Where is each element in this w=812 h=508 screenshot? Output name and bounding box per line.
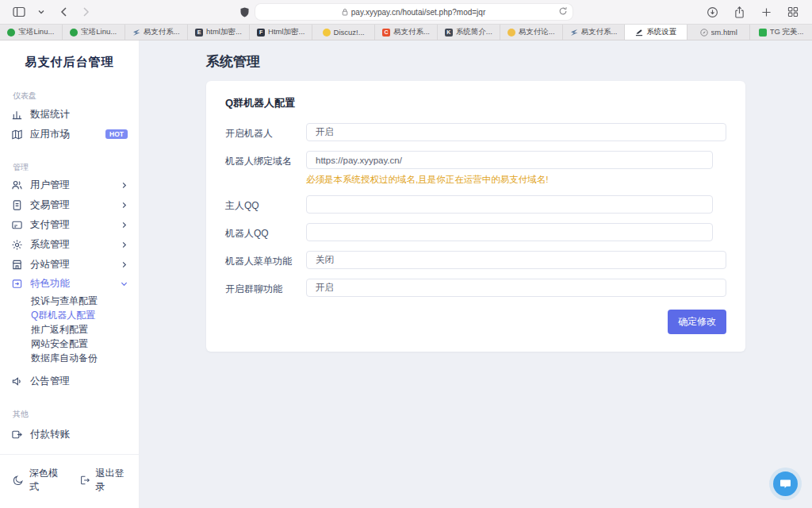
chevron-right-icon bbox=[121, 241, 128, 248]
forward-icon[interactable] bbox=[76, 3, 95, 21]
subitem-label: 网站安全配置 bbox=[31, 337, 88, 351]
submit-row: 确定修改 bbox=[225, 310, 726, 334]
compass-icon bbox=[700, 29, 708, 37]
sidebar-item-trades[interactable]: 交易管理 bbox=[0, 195, 139, 215]
chevron-right-icon bbox=[121, 202, 128, 209]
confirm-modify-button[interactable]: 确定修改 bbox=[668, 310, 726, 334]
credit-card-icon bbox=[11, 219, 23, 231]
refresh-icon[interactable] bbox=[558, 6, 568, 17]
baota-favicon-icon bbox=[7, 29, 15, 37]
browser-tab-epay-2[interactable]: C 易支付系... bbox=[375, 25, 438, 40]
sidebar-subitem-complaint[interactable]: 投诉与查单配置 bbox=[0, 294, 139, 308]
tab-label: 宝塔Linu... bbox=[81, 27, 117, 37]
sidebar-item-label: 系统管理 bbox=[30, 238, 70, 252]
dark-mode-toggle[interactable]: 深色模式 bbox=[13, 467, 60, 494]
field-wrap bbox=[306, 195, 726, 214]
bot-qq-input[interactable] bbox=[306, 223, 713, 241]
moon-icon bbox=[13, 475, 24, 486]
tab-label: 系统简介... bbox=[456, 27, 492, 37]
gear-icon bbox=[11, 239, 23, 251]
chat-widget-button[interactable] bbox=[773, 471, 798, 496]
owner-qq-input[interactable] bbox=[306, 195, 713, 214]
letter-favicon-icon: K bbox=[445, 29, 453, 37]
group-chat-select[interactable] bbox=[306, 279, 726, 297]
section-label-other: 其他 bbox=[0, 409, 139, 420]
tab-label: 易支付系... bbox=[393, 27, 430, 37]
sidebar-item-label: 分站管理 bbox=[30, 258, 70, 271]
field-wrap bbox=[306, 123, 726, 141]
field-wrap: 必须是本系统授权过的域名,且是你正在运营中的易支付域名! bbox=[306, 151, 726, 186]
form-row-menu-function: 机器人菜单功能 bbox=[225, 251, 726, 269]
sidebar-item-label: 用户管理 bbox=[30, 179, 70, 192]
sidebar-item-label: 支付管理 bbox=[30, 218, 70, 232]
sidebar-item-label: 数据统计 bbox=[30, 108, 70, 121]
enable-bot-select[interactable] bbox=[306, 123, 726, 141]
sidebar-bottom: 其他 付款转账 深色模式 退出登录 bbox=[0, 391, 139, 508]
sidebar-item-system[interactable]: 系统管理 bbox=[0, 235, 139, 255]
sidebar: 易支付后台管理 仪表盘 数据统计 应用市场 HOT 管理 用户管理 bbox=[0, 40, 140, 508]
sidebar-subitem-backup[interactable]: 数据库自动备份 bbox=[0, 351, 139, 365]
tab-label: Discuz!... bbox=[334, 28, 365, 37]
sidebar-item-transfer[interactable]: 付款转账 bbox=[0, 423, 139, 446]
browser-tab-baota-1[interactable]: 宝塔Linu... bbox=[0, 25, 63, 40]
browser-tab-discuz[interactable]: Discuz!... bbox=[312, 25, 375, 40]
sidebar-subitem-rebate[interactable]: 推广返利配置 bbox=[0, 322, 139, 337]
sidebar-item-features[interactable]: 特色功能 bbox=[0, 275, 139, 294]
tab-overview-icon[interactable] bbox=[783, 3, 802, 21]
browser-tab-system-settings-active[interactable]: 系统设置 bbox=[625, 25, 688, 40]
folder-favicon-icon bbox=[508, 29, 515, 37]
tab-label: 易支付论... bbox=[519, 27, 555, 37]
browser-tab-smhtml[interactable]: sm.html bbox=[688, 25, 750, 40]
address-bar[interactable]: pay.xyypay.cn/houtai/set.php?mod=jqr bbox=[255, 4, 573, 20]
bar-chart-icon bbox=[11, 109, 23, 121]
sidebar-item-substation[interactable]: 分站管理 bbox=[0, 255, 139, 275]
chevron-right-icon bbox=[121, 182, 128, 189]
sidebar-toggle-icon[interactable] bbox=[10, 3, 29, 21]
chevron-down-icon[interactable] bbox=[32, 3, 51, 21]
sidebar-subitem-security[interactable]: 网站安全配置 bbox=[0, 337, 139, 351]
letter-favicon-icon: E bbox=[195, 29, 203, 37]
users-icon bbox=[11, 179, 23, 191]
section-label-manage: 管理 bbox=[0, 162, 139, 173]
sidebar-item-payment[interactable]: 支付管理 bbox=[0, 215, 139, 235]
sidebar-item-users[interactable]: 用户管理 bbox=[0, 176, 139, 196]
discuz-favicon-icon bbox=[323, 29, 331, 37]
share-icon[interactable] bbox=[730, 3, 749, 21]
browser-tab-baota-2[interactable]: 宝塔Linu... bbox=[63, 25, 125, 40]
baota-favicon-icon bbox=[70, 29, 78, 37]
logout-icon bbox=[79, 475, 90, 486]
field-label: 机器人绑定域名 bbox=[225, 151, 306, 168]
letter-favicon-icon: F bbox=[257, 29, 265, 37]
browser-toolbar: pay.xyypay.cn/houtai/set.php?mod=jqr bbox=[0, 0, 812, 24]
browser-tab-html-encrypt-1[interactable]: E html加密... bbox=[188, 25, 251, 40]
browser-tab-epay-1[interactable]: 易支付系... bbox=[125, 25, 188, 40]
sidebar-item-market[interactable]: 应用市场 HOT bbox=[0, 125, 139, 144]
field-wrap bbox=[306, 223, 726, 241]
new-tab-icon[interactable] bbox=[756, 3, 776, 21]
app-window: 易支付后台管理 仪表盘 数据统计 应用市场 HOT 管理 用户管理 bbox=[0, 40, 812, 508]
browser-tab-epay-forum[interactable]: 易支付论... bbox=[500, 25, 563, 40]
chevron-down-icon bbox=[121, 280, 128, 287]
sidebar-subitem-qbot-active[interactable]: Q群机器人配置 bbox=[0, 308, 139, 322]
sidebar-item-announcement[interactable]: 公告管理 bbox=[0, 371, 139, 391]
menu-function-select[interactable] bbox=[306, 251, 726, 269]
browser-tab-html-encrypt-2[interactable]: F Html加密... bbox=[250, 25, 312, 40]
form-row-enable-bot: 开启机器人 bbox=[225, 123, 726, 141]
pen-favicon-icon bbox=[635, 29, 643, 37]
back-icon[interactable] bbox=[54, 3, 73, 21]
card-title: Q群机器人配置 bbox=[225, 96, 726, 110]
dark-mode-label: 深色模式 bbox=[29, 467, 60, 494]
downloads-icon[interactable] bbox=[703, 3, 722, 21]
field-wrap bbox=[306, 279, 726, 297]
logout-button[interactable]: 退出登录 bbox=[79, 467, 127, 494]
browser-tab-sysintro[interactable]: K 系统简介... bbox=[438, 25, 500, 40]
sidebar-item-stats[interactable]: 数据统计 bbox=[0, 105, 139, 125]
tab-label: html加密... bbox=[206, 27, 242, 37]
privacy-shield-icon[interactable] bbox=[240, 7, 249, 17]
browser-tab-tg[interactable]: TG 完美... bbox=[750, 25, 812, 40]
chevron-right-icon bbox=[121, 261, 128, 268]
bind-domain-input[interactable] bbox=[306, 151, 713, 169]
toolbar-center-group: pay.xyypay.cn/houtai/set.php?mod=jqr bbox=[0, 4, 812, 20]
subitem-label: Q群机器人配置 bbox=[31, 309, 95, 322]
browser-tab-epay-3[interactable]: 易支付系... bbox=[563, 25, 626, 40]
